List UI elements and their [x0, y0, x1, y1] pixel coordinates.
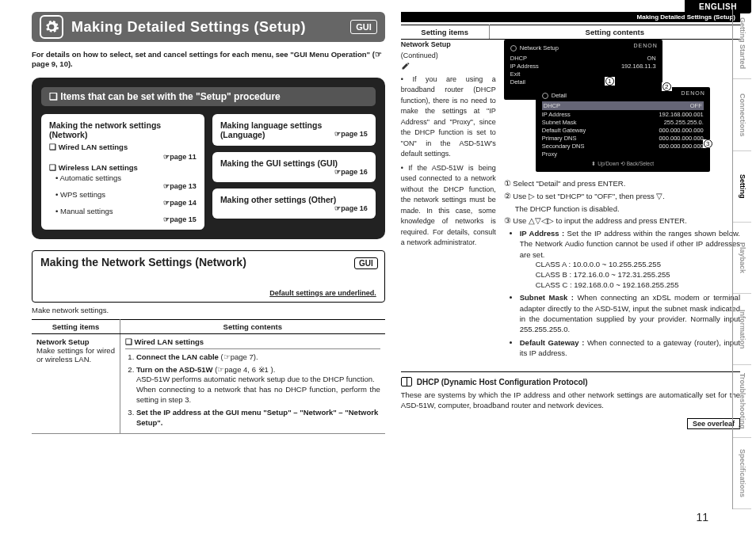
setup-language-card: Making language settings (Language) ☞pag…	[212, 114, 376, 146]
page-ref: ☞page 16	[334, 168, 368, 176]
network-section-header: Making the Network Settings (Network) GU…	[32, 250, 385, 303]
card-item: • Automatic settings	[55, 173, 197, 182]
callout-3: 3	[704, 139, 712, 148]
pencil-icon	[401, 61, 410, 70]
card-sub: ❏ Wired LAN settings	[49, 143, 197, 151]
th-items: Setting items	[401, 25, 489, 40]
bullet-gateway: Default Gateway : When connected to a ga…	[520, 337, 740, 359]
tab-playback[interactable]: Playback	[733, 223, 751, 294]
numbered-steps: ① Select "Detail" and press ENTER. ② Use…	[504, 178, 740, 227]
callout-1: 1	[605, 77, 614, 86]
ip-bullets: IP Address : Set the IP address within t…	[512, 228, 740, 358]
setup-gui-card: Making the GUI settings (GUI) ☞page 16	[212, 152, 376, 182]
setup-box-title: ❏ Items that can be set with the "Setup"…	[41, 87, 376, 106]
callout-2: 2	[662, 82, 671, 91]
card-sub: ❏ Wireless LAN settings	[49, 163, 197, 172]
bullet-subnet: Subnet Mask : When connecting an xDSL mo…	[520, 292, 740, 334]
step-2: ② Use ▷ to set "DHCP" to "OFF", then pre…	[504, 191, 740, 202]
page-title-bar: Making Detailed Settings (Setup) GUI	[32, 12, 385, 42]
step-3: ③ Use △▽◁▷ to input the address and pres…	[504, 215, 740, 227]
dhcp-body: These are systems by which the IP addres…	[401, 390, 740, 411]
continued-label: (Continued)	[401, 51, 438, 59]
card-item: • WPS settings	[55, 190, 197, 199]
gui-badge: GUI	[350, 20, 377, 34]
dhcp-section: DHCP (Dynamic Host Configuration Protoco…	[401, 371, 740, 411]
card-heading: Making the network settings (Network)	[49, 120, 197, 139]
dhcp-heading: DHCP (Dynamic Host Configuration Protoco…	[417, 378, 588, 386]
page-title: Making Detailed Settings (Setup)	[71, 19, 306, 36]
step-2-body: ASD-51W performs automatic network setup…	[136, 375, 380, 405]
th-contents: Setting contents	[489, 25, 740, 40]
item-name: Network Setup	[401, 40, 451, 48]
page-ref: ☞page 14	[49, 199, 197, 207]
settings-table-right: Setting items Setting contents	[401, 25, 740, 40]
network-setup-desc: Network Setup (Continued) • If you are u…	[401, 40, 496, 360]
page-ref: ☞page 11	[49, 153, 197, 161]
tab-specifications[interactable]: Specifications	[733, 438, 751, 509]
wired-lan-header: ❏ Wired LAN settings	[125, 337, 380, 349]
setup-other-card: Making other settings (Other) ☞page 16	[212, 188, 376, 219]
osd-title: Detail	[542, 92, 704, 99]
bullet-ip: IP Address : Set the IP address within t…	[520, 228, 740, 290]
desc-p1: • If you are using a broadband router (D…	[401, 74, 496, 160]
step-2-note: The DHCP function is disabled.	[515, 204, 740, 215]
setup-items-box: ❏ Items that can be set with the "Setup"…	[32, 78, 385, 239]
gear-icon	[40, 15, 63, 39]
class-b: CLASS B : 172.16.0.0 ~ 172.31.255.255	[536, 270, 740, 280]
card-heading: Making other settings (Other)	[220, 195, 336, 204]
section-subtitle: Make network settings.	[32, 306, 385, 314]
default-note: Default settings are underlined.	[40, 289, 376, 297]
page-ref: ☞page 13	[49, 182, 197, 190]
step-1: ① Select "Detail" and press ENTER.	[504, 178, 740, 189]
card-item: • Manual settings	[55, 207, 197, 215]
card-heading: Making the GUI settings (GUI)	[220, 158, 338, 168]
page-ref: ☞page 15	[334, 130, 368, 138]
item-name: Network Setup	[36, 337, 90, 346]
page-ref: ☞page 16	[334, 204, 368, 212]
step-1: Connect the LAN cable (☞page 7).	[136, 352, 380, 363]
tab-troubleshooting[interactable]: Troubleshooting	[733, 365, 751, 438]
step-2: Turn on the ASD-51W (☞page 4, 6 ※1 ). AS…	[136, 365, 380, 405]
page-number: 11	[696, 511, 708, 523]
brand-label: DENON	[633, 43, 657, 48]
setup-network-card: Making the network settings (Network) ❏ …	[41, 114, 204, 230]
page-ref: ☞page 15	[49, 215, 197, 223]
setting-item-cell: Network Setup Make settings for wired or…	[32, 333, 120, 434]
setting-content-cell: ❏ Wired LAN settings Connect the LAN cab…	[120, 333, 384, 434]
desc-p2: • If the ASD-51W is being used connected…	[401, 163, 496, 249]
tab-information[interactable]: Information	[733, 294, 751, 365]
th-contents: Setting contents	[120, 319, 384, 333]
class-a: CLASS A : 10.0.0.0 ~ 10.255.255.255	[536, 260, 740, 270]
see-overleaf: See overleaf	[401, 419, 740, 428]
step-3: Set the IP address at the GUI menu "Setu…	[136, 408, 380, 428]
osd-screenshots: DENON Network Setup DHCPON IP Address192…	[504, 40, 740, 172]
item-desc: Make settings for wired or wireless LAN.	[36, 346, 115, 364]
book-icon	[401, 377, 412, 386]
osd-footer: ⬍ Up/Down ⟲ Back/Select	[542, 161, 704, 167]
settings-table: Setting items Setting contents Network S…	[32, 319, 385, 435]
th-items: Setting items	[32, 319, 120, 333]
osd-detail: DENON 2 Detail DHCPOFF IP Address192.168…	[536, 87, 710, 172]
class-c: CLASS C : 192.168.0.0 ~ 192.168.255.255	[536, 280, 740, 291]
card-heading: Making language settings (Language)	[220, 120, 322, 139]
section-title: Making the Network Settings (Network)	[40, 256, 376, 268]
intro-text: For details on how to select, set and ca…	[32, 50, 385, 70]
gui-badge: GUI	[354, 257, 378, 269]
brand-label: DENON	[681, 90, 704, 96]
